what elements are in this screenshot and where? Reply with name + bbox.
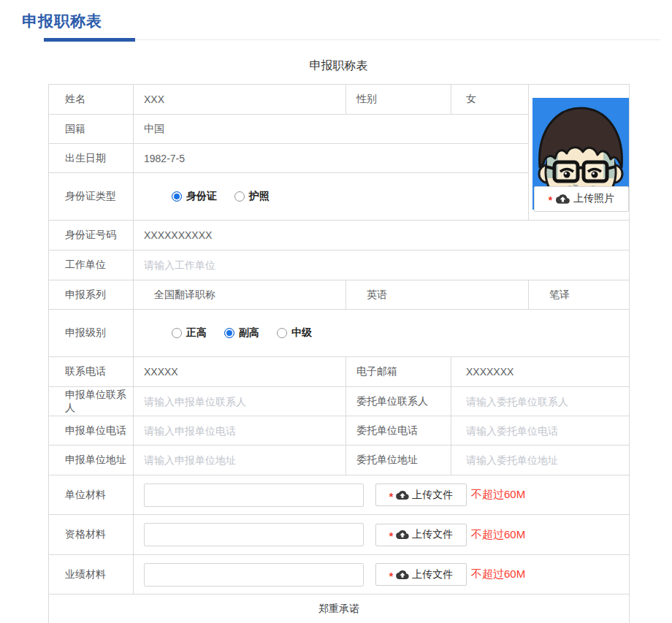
row-id-number: 身份证号码 XXXXXXXXXX <box>49 221 630 251</box>
row-unit-phones: 申报单位电话 委托单位电话 <box>49 416 630 446</box>
promise-title: 郑重承诺 <box>49 595 630 623</box>
declare-phone-label: 申报单位电话 <box>49 416 134 446</box>
declare-address-cell <box>134 446 346 475</box>
qualification-material-upload-button[interactable]: * 上传文件 <box>375 524 467 546</box>
id-number-value: XXXXXXXXXX <box>134 221 630 251</box>
cloud-upload-icon <box>396 530 409 540</box>
size-limit-hint: 不超过60M <box>471 528 525 542</box>
radio-icon[interactable] <box>234 191 245 202</box>
cloud-upload-icon <box>556 194 570 205</box>
upload-file-label: 上传文件 <box>412 528 453 541</box>
unit-material-input[interactable] <box>144 484 364 507</box>
size-limit-hint: 不超过60M <box>471 567 525 581</box>
unit-material-label: 单位材料 <box>49 475 134 515</box>
unit-material-upload-button[interactable]: * 上传文件 <box>375 484 467 506</box>
birth-date-label: 出生日期 <box>49 144 134 173</box>
declare-address-input[interactable] <box>144 454 337 466</box>
entrust-address-label: 委托单位地址 <box>346 446 451 475</box>
declare-phone-cell <box>134 416 346 446</box>
row-promise: 郑重承诺 <box>49 595 630 623</box>
series-label: 申报系列 <box>49 280 134 310</box>
unit-material-cell: * 上传文件 不超过60M <box>134 475 630 515</box>
photo-cell: * 上传照片 <box>529 85 630 221</box>
declaration-form-table: 姓名 XXX 性别 女 <box>48 84 630 623</box>
id-type-label: 身份证类型 <box>49 173 134 221</box>
radio-icon[interactable] <box>224 328 234 338</box>
row-unit-material: 单位材料 * 上传文件 不超过60M <box>49 475 630 515</box>
row-performance-material: 业绩材料 * 上传文件 不超过60M <box>49 555 630 595</box>
entrust-contact-label: 委托单位联系人 <box>346 387 451 416</box>
radio-level-intermediate[interactable]: 中级 <box>277 326 312 340</box>
radio-icon[interactable] <box>277 328 287 338</box>
required-asterisk: * <box>389 491 393 502</box>
declare-contact-cell <box>134 387 346 416</box>
size-limit-hint: 不超过60M <box>471 488 525 502</box>
name-value: XXX <box>134 85 346 115</box>
entrust-contact-input[interactable] <box>466 396 622 408</box>
work-unit-cell <box>134 251 630 280</box>
radio-level-deputy-senior-label: 副高 <box>239 326 259 340</box>
radio-level-senior[interactable]: 正高 <box>172 326 207 340</box>
required-asterisk: * <box>389 530 393 542</box>
entrust-contact-cell <box>451 387 630 416</box>
entrust-phone-cell <box>451 416 630 446</box>
series-value-3: 笔译 <box>529 280 630 310</box>
email-label: 电子邮箱 <box>346 357 451 387</box>
phone-value: XXXXX <box>134 357 346 387</box>
id-number-label: 身份证号码 <box>49 221 134 251</box>
qualification-material-cell: * 上传文件 不超过60M <box>134 515 630 555</box>
row-contacts: 申报单位联系人 委托单位联系人 <box>49 387 630 416</box>
radio-passport[interactable]: 护照 <box>234 190 270 203</box>
level-options: 正高 副高 中级 <box>134 310 630 357</box>
work-unit-label: 工作单位 <box>49 251 134 280</box>
radio-icon[interactable] <box>172 191 182 202</box>
row-phone-email: 联系电话 XXXXX 电子邮箱 XXXXXXX <box>49 357 630 387</box>
radio-level-deputy-senior[interactable]: 副高 <box>224 326 259 340</box>
entrust-phone-input[interactable] <box>466 425 622 437</box>
row-unit-addresses: 申报单位地址 委托单位地址 <box>49 446 630 475</box>
radio-id-card[interactable]: 身份证 <box>172 190 217 203</box>
declare-phone-input[interactable] <box>144 425 337 437</box>
id-type-options: 身份证 护照 <box>134 173 529 221</box>
performance-material-input[interactable] <box>144 563 364 586</box>
row-level: 申报级别 正高 副高 中级 <box>49 310 630 357</box>
entrust-address-input[interactable] <box>466 454 622 466</box>
phone-label: 联系电话 <box>49 357 134 387</box>
header-divider-accent <box>44 38 135 42</box>
nationality-value: 中国 <box>134 115 529 144</box>
cloud-upload-icon <box>396 570 409 580</box>
page-header: 申报职称表 <box>0 0 672 40</box>
qualification-material-input[interactable] <box>144 523 364 546</box>
gender-value: 女 <box>451 85 529 115</box>
nationality-label: 国籍 <box>49 115 134 144</box>
form-title: 申报职称表 <box>48 58 629 74</box>
level-label: 申报级别 <box>49 310 134 357</box>
radio-icon[interactable] <box>172 328 182 338</box>
upload-photo-button[interactable]: * 上传照片 <box>534 186 629 212</box>
performance-material-upload-button[interactable]: * 上传文件 <box>375 563 467 586</box>
header-divider <box>44 39 660 40</box>
id-type-radio-group: 身份证 护照 <box>172 190 528 203</box>
page-title: 申报职称表 <box>22 11 672 31</box>
cloud-upload-icon <box>396 490 409 500</box>
series-value-1: 全国翻译职称 <box>134 280 346 310</box>
radio-level-senior-label: 正高 <box>186 326 207 340</box>
level-radio-group: 正高 副高 中级 <box>172 326 629 340</box>
declare-contact-label: 申报单位联系人 <box>49 387 134 416</box>
declare-address-label: 申报单位地址 <box>49 446 134 475</box>
radio-passport-label: 护照 <box>249 190 270 203</box>
performance-material-label: 业绩材料 <box>49 555 134 595</box>
radio-id-card-label: 身份证 <box>186 190 217 203</box>
upload-photo-label: 上传照片 <box>573 192 614 205</box>
row-name-gender: 姓名 XXX 性别 女 <box>49 85 630 115</box>
upload-file-label: 上传文件 <box>412 568 453 581</box>
upload-file-label: 上传文件 <box>412 489 453 502</box>
work-unit-input[interactable] <box>144 259 609 271</box>
row-work-unit: 工作单位 <box>49 251 630 280</box>
radio-level-intermediate-label: 中级 <box>291 326 312 340</box>
series-value-2: 英语 <box>346 280 529 310</box>
declare-contact-input[interactable] <box>144 396 337 408</box>
required-asterisk: * <box>549 194 552 206</box>
row-series: 申报系列 全国翻译职称 英语 笔译 <box>49 280 630 310</box>
qualification-material-label: 资格材料 <box>49 515 134 555</box>
